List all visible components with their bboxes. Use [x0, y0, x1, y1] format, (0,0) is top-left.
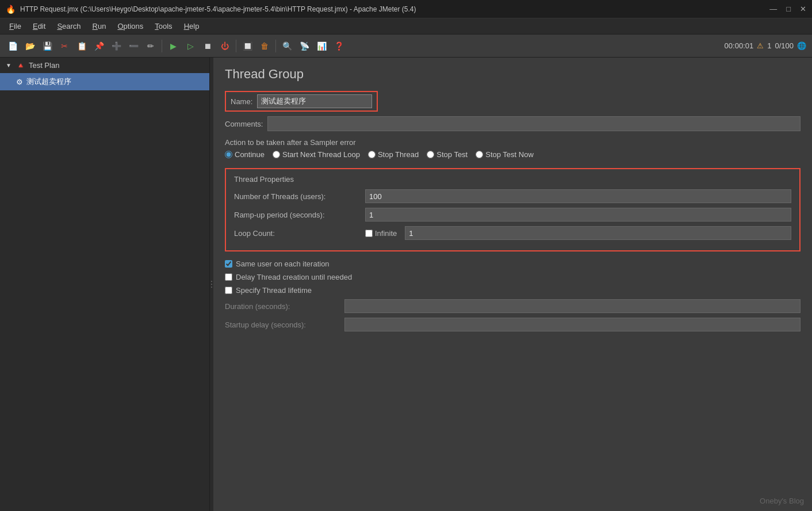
- start-button[interactable]: ▶: [165, 38, 181, 54]
- menu-options[interactable]: Options: [113, 20, 148, 32]
- sidebar-test-plan[interactable]: ▼ 🔺 Test Plan: [0, 58, 209, 73]
- shutdown-button[interactable]: ⏻: [217, 38, 233, 54]
- window-title: HTTP Request.jmx (C:\Users\Heygo\Desktop…: [20, 5, 416, 13]
- menu-edit[interactable]: Edit: [28, 20, 50, 32]
- remote-button[interactable]: 📡: [296, 38, 312, 54]
- user-count: 0/100: [775, 41, 794, 50]
- separator-1: [162, 40, 162, 52]
- startup-delay-input[interactable]: [344, 318, 800, 331]
- specify-lifetime-label: Specify Thread lifetime: [236, 286, 312, 295]
- rampup-label: Ramp-up period (seconds):: [234, 211, 361, 219]
- menu-help[interactable]: Help: [179, 20, 204, 32]
- help-button[interactable]: ❓: [331, 38, 347, 54]
- delay-thread-label: Delay Thread creation until needed: [236, 273, 352, 281]
- same-user-checkbox-label[interactable]: Same user on each iteration: [225, 260, 800, 268]
- menu-bar: File Edit Search Run Options Tools Help: [0, 18, 812, 35]
- thread-group-icon: ⚙: [16, 78, 23, 86]
- add-button[interactable]: ➕: [108, 38, 124, 54]
- title-bar: 🔥 HTTP Request.jmx (C:\Users\Heygo\Deskt…: [0, 0, 812, 18]
- new-button[interactable]: 📄: [5, 38, 21, 54]
- main-layout: ▼ 🔺 Test Plan ⚙ 测试超卖程序 Thread Group Name…: [0, 58, 812, 511]
- window-controls: — □ ✕: [769, 5, 806, 13]
- duration-label: Duration (seconds):: [225, 302, 340, 311]
- delay-thread-checkbox-label[interactable]: Delay Thread creation until needed: [225, 273, 800, 281]
- separator-2: [236, 40, 236, 52]
- minimize-button[interactable]: —: [769, 5, 777, 13]
- delay-thread-checkbox[interactable]: [225, 273, 232, 281]
- infinite-label: Infinite: [375, 229, 397, 238]
- radio-continue[interactable]: Continue: [225, 150, 265, 159]
- specify-lifetime-checkbox[interactable]: [225, 287, 232, 294]
- comments-row: Comments:: [225, 116, 800, 131]
- content-area: Thread Group Name: Comments: Action to b…: [213, 58, 812, 511]
- warning-count: 1: [767, 41, 771, 50]
- specify-lifetime-checkbox-label[interactable]: Specify Thread lifetime: [225, 286, 800, 295]
- save-button[interactable]: 💾: [39, 38, 55, 54]
- same-user-label: Same user on each iteration: [236, 260, 330, 268]
- cut-button[interactable]: ✂: [56, 38, 72, 54]
- clear-button[interactable]: 🔲: [239, 38, 255, 54]
- error-action-radio-group: Continue Start Next Thread Loop Stop Thr…: [225, 150, 800, 159]
- radio-stop-thread[interactable]: Stop Thread: [368, 150, 419, 159]
- startup-delay-label: Startup delay (seconds):: [225, 321, 340, 329]
- menu-run[interactable]: Run: [88, 20, 111, 32]
- sampler-error-label: Action to be taken after a Sampler error: [225, 138, 800, 147]
- timer-area: 00:00:01 ⚠ 1 0/100 🌐: [725, 41, 806, 50]
- comments-label: Comments:: [225, 120, 263, 128]
- rampup-row: Ramp-up period (seconds):: [234, 208, 791, 222]
- open-button[interactable]: 📂: [22, 38, 38, 54]
- toolbar: 📄 📂 💾 ✂ 📋 📌 ➕ ➖ ✏ ▶ ▷ ⏹ ⏻ 🔲 🗑 🔍 📡 📊 ❓ 00…: [0, 35, 812, 58]
- name-input[interactable]: [257, 94, 372, 108]
- test-plan-icon: 🔺: [16, 61, 25, 70]
- duration-row: Duration (seconds):: [225, 299, 800, 313]
- threads-label: Number of Threads (users):: [234, 192, 361, 201]
- thread-group-label: 测试超卖程序: [26, 77, 71, 87]
- app-icon: 🔥: [6, 5, 16, 14]
- function-button[interactable]: 📊: [313, 38, 330, 54]
- duration-input[interactable]: [344, 299, 800, 313]
- drag-dots: [211, 281, 212, 288]
- copy-button[interactable]: 📋: [74, 38, 90, 54]
- watermark: Oneby's Blog: [760, 497, 804, 505]
- threads-row: Number of Threads (users):: [234, 189, 791, 203]
- menu-tools[interactable]: Tools: [150, 20, 177, 32]
- radio-start-next[interactable]: Start Next Thread Loop: [273, 150, 360, 159]
- clear-all-button[interactable]: 🗑: [256, 38, 273, 54]
- radio-stop-test-now[interactable]: Stop Test Now: [476, 150, 534, 159]
- warning-icon: ⚠: [757, 41, 764, 50]
- start-no-pause-button[interactable]: ▷: [182, 38, 198, 54]
- threads-input[interactable]: [365, 189, 791, 203]
- settings-button[interactable]: ✏: [143, 38, 159, 54]
- search-btn[interactable]: 🔍: [279, 38, 295, 54]
- close-button[interactable]: ✕: [800, 5, 806, 13]
- separator-3: [275, 40, 276, 52]
- startup-delay-row: Startup delay (seconds):: [225, 318, 800, 331]
- radio-stop-test[interactable]: Stop Test: [427, 150, 468, 159]
- expand-arrow: ▼: [6, 62, 12, 68]
- name-label: Name:: [231, 97, 252, 106]
- timer-display: 00:00:01: [725, 41, 754, 50]
- menu-file[interactable]: File: [5, 20, 26, 32]
- page-title: Thread Group: [225, 67, 800, 82]
- loopcount-input[interactable]: [405, 226, 791, 240]
- name-field-box: Name:: [225, 91, 378, 112]
- sidebar: ▼ 🔺 Test Plan ⚙ 测试超卖程序: [0, 58, 210, 511]
- thread-properties-box: Thread Properties Number of Threads (use…: [225, 168, 800, 251]
- paste-button[interactable]: 📌: [91, 38, 107, 54]
- test-plan-label: Test Plan: [29, 61, 59, 70]
- rampup-input[interactable]: [365, 208, 791, 222]
- globe-icon: 🌐: [797, 41, 806, 50]
- comments-input[interactable]: [267, 116, 800, 131]
- infinite-checkbox-label[interactable]: Infinite: [365, 229, 397, 238]
- thread-props-title: Thread Properties: [234, 175, 791, 184]
- sidebar-thread-group[interactable]: ⚙ 测试超卖程序: [0, 73, 209, 90]
- loopcount-row: Loop Count: Infinite: [234, 226, 791, 240]
- menu-search[interactable]: Search: [52, 20, 85, 32]
- infinite-checkbox[interactable]: [365, 230, 373, 237]
- same-user-checkbox[interactable]: [225, 260, 232, 268]
- maximize-button[interactable]: □: [786, 5, 791, 13]
- remove-button[interactable]: ➖: [125, 38, 141, 54]
- stop-button[interactable]: ⏹: [200, 38, 216, 54]
- loopcount-label: Loop Count:: [234, 229, 361, 238]
